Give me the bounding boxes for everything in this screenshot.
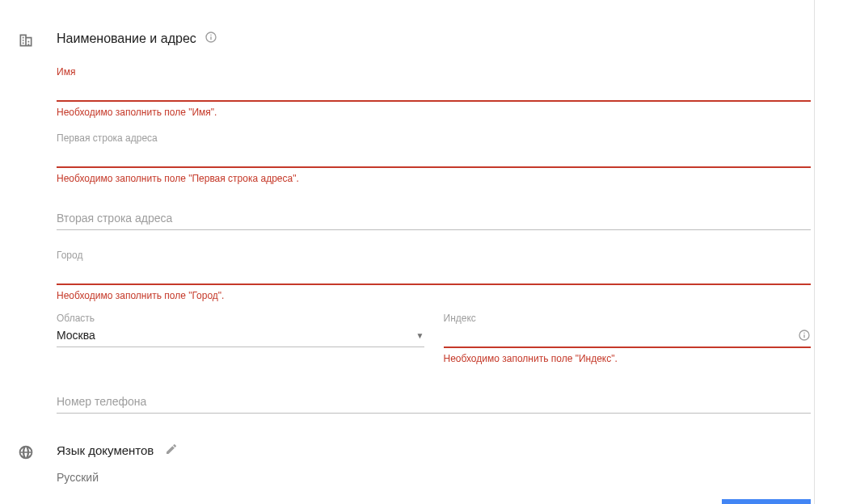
pencil-icon[interactable] xyxy=(165,443,178,458)
addr1-error: Необходимо заполнить поле "Первая строка… xyxy=(57,173,811,184)
section-title-language: Язык документов xyxy=(57,443,154,457)
section-title-address: Наименование и адрес xyxy=(57,32,196,46)
building-icon xyxy=(18,0,57,414)
name-label: Имя xyxy=(57,66,811,78)
submit-button[interactable] xyxy=(722,499,811,504)
region-value: Москва xyxy=(57,329,95,342)
globe-icon xyxy=(18,414,57,484)
city-input[interactable] xyxy=(57,262,811,285)
city-label: Город xyxy=(57,250,811,261)
region-label: Область xyxy=(57,313,424,324)
info-icon[interactable] xyxy=(205,31,217,47)
addr2-input[interactable] xyxy=(57,205,811,230)
addr1-input[interactable] xyxy=(57,145,811,168)
name-input[interactable] xyxy=(57,79,811,102)
index-label: Индекс xyxy=(444,313,812,324)
region-select[interactable]: Москва ▼ xyxy=(57,326,424,347)
index-error: Необходимо заполнить поле "Индекс". xyxy=(444,353,812,364)
language-value: Русский xyxy=(57,471,811,484)
name-error: Необходимо заполнить поле "Имя". xyxy=(57,107,811,118)
addr1-label: Первая строка адреса xyxy=(57,132,811,144)
phone-input[interactable] xyxy=(57,388,811,414)
info-icon[interactable] xyxy=(798,329,811,344)
city-error: Необходимо заполнить поле "Город". xyxy=(57,290,811,301)
index-input[interactable] xyxy=(444,326,812,348)
chevron-down-icon: ▼ xyxy=(416,331,424,340)
